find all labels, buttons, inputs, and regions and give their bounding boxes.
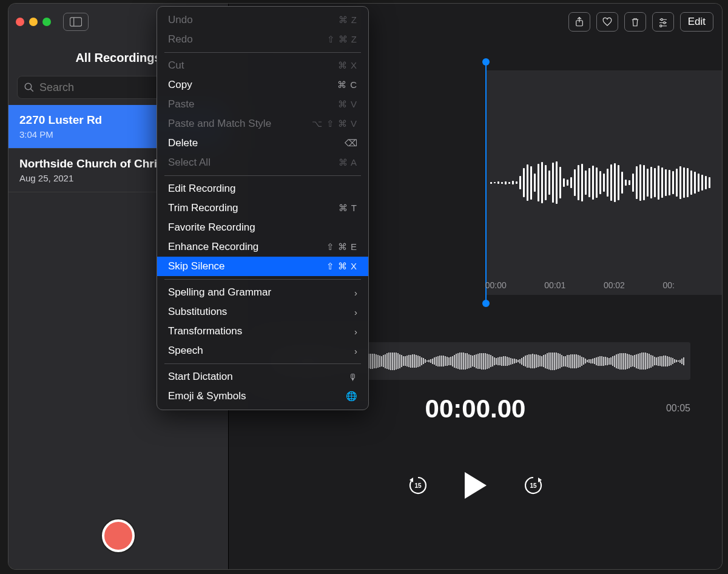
menu-shortcut: ⇧ ⌘ Z bbox=[327, 34, 358, 45]
menu-shortcut: ⌘ V bbox=[338, 99, 357, 110]
play-button[interactable] bbox=[465, 472, 487, 499]
menu-item-favorite-recording[interactable]: Favorite Recording bbox=[157, 218, 368, 237]
menu-item-label: Paste bbox=[168, 98, 194, 110]
transport-controls: 15 15 bbox=[229, 472, 722, 499]
menu-separator bbox=[164, 279, 361, 280]
ruler-tick: 00: bbox=[662, 280, 722, 290]
menu-item-cut: Cut⌘ X bbox=[157, 56, 368, 75]
menu-item-label: Start Dictation bbox=[168, 371, 233, 383]
search-icon bbox=[24, 82, 35, 93]
delete-button[interactable] bbox=[624, 12, 646, 32]
chevron-right-icon: › bbox=[354, 326, 357, 337]
menu-item-label: Substitutions bbox=[168, 306, 227, 318]
menu-item-label: Transformations bbox=[168, 325, 242, 337]
svg-point-8 bbox=[663, 22, 665, 24]
ruler-tick: 00:01 bbox=[544, 280, 604, 290]
menu-item-label: Copy bbox=[168, 79, 192, 91]
menu-item-label: Emoji & Symbols bbox=[168, 390, 246, 402]
globe-icon: 🌐 bbox=[346, 391, 357, 402]
menu-item-emoji-symbols[interactable]: Emoji & Symbols🌐 bbox=[157, 387, 368, 406]
minimize-window-button[interactable] bbox=[29, 18, 38, 26]
menu-shortcut: ⇧ ⌘ X bbox=[326, 261, 357, 272]
share-icon bbox=[574, 16, 585, 27]
waveform bbox=[488, 155, 722, 210]
menu-separator bbox=[164, 363, 361, 364]
sliders-icon bbox=[658, 16, 669, 27]
menu-shortcut: ⌘ X bbox=[338, 60, 357, 71]
record-button[interactable] bbox=[102, 519, 135, 552]
menu-item-enhance-recording[interactable]: Enhance Recording⇧ ⌘ E bbox=[157, 237, 368, 257]
forward-15-button[interactable]: 15 bbox=[523, 475, 544, 496]
delete-key-icon: ⌫ bbox=[345, 138, 357, 149]
svg-line-3 bbox=[30, 89, 33, 92]
menu-separator bbox=[164, 175, 361, 176]
menu-item-paste: Paste⌘ V bbox=[157, 95, 368, 114]
menu-shortcut: ⇧ ⌘ E bbox=[326, 241, 357, 252]
ruler-tick: 00:02 bbox=[604, 280, 663, 290]
menu-item-label: Cut bbox=[168, 59, 184, 72]
menu-item-transformations[interactable]: Transformations› bbox=[157, 322, 368, 341]
svg-text:15: 15 bbox=[530, 482, 537, 489]
svg-point-2 bbox=[25, 83, 32, 90]
menu-item-substitutions[interactable]: Substitutions› bbox=[157, 302, 368, 322]
maximize-window-button[interactable] bbox=[42, 18, 51, 26]
rewind-15-button[interactable]: 15 bbox=[408, 475, 428, 496]
menu-item-start-dictation[interactable]: Start Dictation🎙 bbox=[157, 367, 368, 387]
menu-item-edit-recording[interactable]: Edit Recording bbox=[157, 179, 368, 198]
menu-item-paste-and-match-style: Paste and Match Style⌥ ⇧ ⌘ V bbox=[157, 114, 368, 133]
menu-separator bbox=[164, 52, 361, 53]
window-controls bbox=[16, 18, 51, 26]
menu-shortcut: ⌘ T bbox=[339, 203, 357, 214]
edit-button[interactable]: Edit bbox=[680, 12, 713, 32]
chevron-right-icon: › bbox=[354, 288, 357, 298]
context-menu[interactable]: Undo⌘ ZRedo⇧ ⌘ ZCut⌘ XCopy⌘ CPaste⌘ VPas… bbox=[157, 6, 369, 410]
menu-item-spelling-and-grammar[interactable]: Spelling and Grammar› bbox=[157, 283, 368, 302]
menu-shortcut: ⌥ ⇧ ⌘ V bbox=[312, 118, 357, 129]
sidebar-icon bbox=[70, 17, 82, 27]
options-button[interactable] bbox=[652, 12, 674, 32]
menu-item-label: Speech bbox=[168, 345, 203, 357]
menu-item-speech[interactable]: Speech› bbox=[157, 341, 368, 360]
trash-icon bbox=[630, 16, 641, 27]
menu-item-label: Enhance Recording bbox=[168, 241, 258, 253]
menu-item-copy[interactable]: Copy⌘ C bbox=[157, 75, 368, 95]
rewind-icon: 15 bbox=[408, 475, 428, 496]
forward-icon: 15 bbox=[523, 475, 544, 496]
svg-point-6 bbox=[661, 19, 662, 21]
heart-icon bbox=[602, 16, 613, 27]
duration-label: 00:05 bbox=[666, 403, 690, 414]
favorite-button[interactable] bbox=[596, 12, 618, 32]
menu-item-label: Paste and Match Style bbox=[168, 118, 271, 130]
menu-item-redo: Redo⇧ ⌘ Z bbox=[157, 30, 368, 49]
menu-item-label: Delete bbox=[168, 137, 198, 149]
record-button-area bbox=[8, 502, 228, 569]
microphone-icon: 🎙 bbox=[348, 372, 357, 382]
menu-item-label: Skip Silence bbox=[168, 260, 225, 272]
menu-item-label: Redo bbox=[168, 33, 193, 46]
share-button[interactable] bbox=[568, 12, 590, 32]
menu-item-skip-silence[interactable]: Skip Silence⇧ ⌘ X bbox=[157, 257, 368, 276]
menu-shortcut: ⌘ C bbox=[337, 79, 357, 90]
menu-shortcut: ⌘ Z bbox=[339, 15, 357, 25]
chevron-right-icon: › bbox=[354, 346, 357, 356]
menu-item-undo: Undo⌘ Z bbox=[157, 10, 368, 30]
close-window-button[interactable] bbox=[16, 18, 24, 26]
menu-item-trim-recording[interactable]: Trim Recording⌘ T bbox=[157, 198, 368, 218]
playhead[interactable] bbox=[485, 62, 487, 303]
sidebar-toggle-button[interactable] bbox=[63, 13, 89, 31]
menu-shortcut: ⌘ A bbox=[339, 157, 357, 168]
menu-item-select-all: Select All⌘ A bbox=[157, 153, 368, 172]
menu-item-label: Edit Recording bbox=[168, 183, 236, 195]
svg-text:15: 15 bbox=[414, 482, 422, 489]
svg-rect-0 bbox=[70, 18, 81, 26]
menu-item-label: Select All bbox=[168, 157, 211, 169]
menu-item-label: Spelling and Grammar bbox=[168, 286, 271, 299]
menu-item-label: Undo bbox=[168, 14, 193, 26]
menu-item-label: Favorite Recording bbox=[168, 221, 255, 234]
svg-point-10 bbox=[659, 25, 661, 27]
menu-item-delete[interactable]: Delete⌫ bbox=[157, 133, 368, 153]
chevron-right-icon: › bbox=[354, 307, 357, 317]
ruler-tick: 00:00 bbox=[485, 280, 545, 290]
menu-item-label: Trim Recording bbox=[168, 202, 238, 214]
